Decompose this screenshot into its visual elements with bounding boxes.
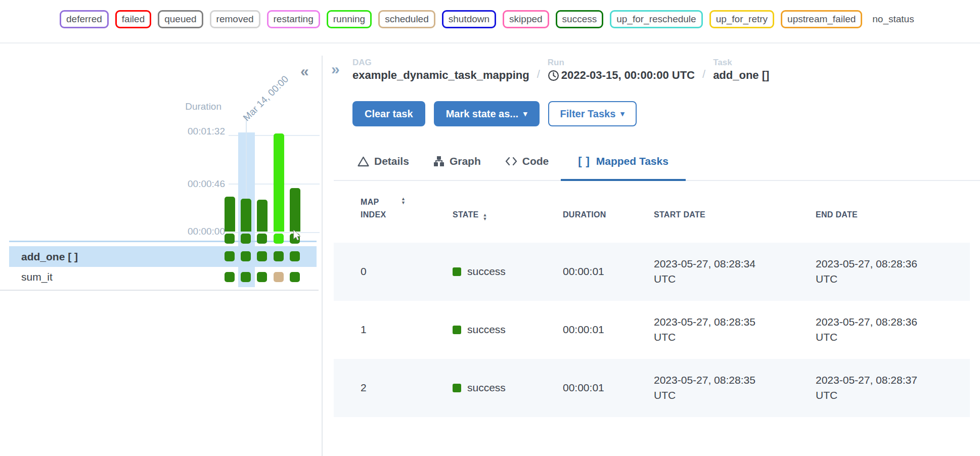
run-value: 2022-03-15, 00:00:00 UTC (561, 69, 695, 82)
state-square-success (453, 267, 461, 276)
task-name: sum_it (21, 267, 53, 287)
legend-badge-upstream_failed: upstream_failed (781, 10, 862, 28)
task-instance-square-0-0[interactable] (225, 251, 235, 261)
task-instance-square-0-1[interactable] (241, 251, 251, 261)
cell-end-date: 2023-05-27, 08:28:36 UTC (816, 256, 919, 287)
task-value: add_one [] (713, 69, 769, 82)
breadcrumb-task: Task add_one [] (713, 58, 769, 82)
caret-down-icon: ▾ (523, 109, 527, 119)
collapse-grid-icon[interactable]: « (300, 63, 309, 80)
tab-mapped-tasks[interactable]: [ ] Mapped Tasks (561, 151, 686, 180)
legend-badge-up_for_reschedule: up_for_reschedule (610, 10, 702, 28)
run-duration-bar-2[interactable] (257, 200, 268, 232)
ytick-1: 00:00:46 (174, 178, 225, 190)
state-text: success (467, 322, 506, 337)
tab-code[interactable]: Code (493, 151, 561, 180)
cell-map-index: 0 (361, 264, 453, 279)
legend-badge-no_status: no_status (869, 10, 920, 28)
state-text: success (467, 380, 506, 395)
airflow-grid-view: deferredfailedqueuedremovedrestartingrun… (0, 0, 980, 456)
task-instance-square-0-2[interactable] (257, 251, 267, 261)
column-header-end-date: END DATE (816, 209, 970, 221)
legend-divider (0, 42, 980, 43)
clear-task-label: Clear task (365, 107, 413, 120)
expand-grid-icon[interactable]: » (331, 61, 340, 78)
dag-name-link[interactable]: example_dynamic_task_mapping (352, 69, 529, 82)
breadcrumb-run: Run 2022-03-15, 00:00:00 UTC (548, 58, 695, 82)
ytick-2: 00:00:00 (174, 226, 225, 237)
selected-task-topline (9, 241, 317, 242)
column-header-state[interactable]: STATE ▲▼ (453, 209, 563, 221)
run-duration-bar-3[interactable] (274, 133, 284, 232)
run-duration-bar-1[interactable] (241, 199, 251, 232)
tab-graph[interactable]: Graph (421, 151, 493, 180)
task-row-sum-it[interactable]: sum_it (9, 267, 317, 287)
sort-icon[interactable]: ▲▼ (401, 196, 406, 205)
task-instance-square-1-4[interactable] (290, 272, 300, 282)
column-header-duration: DURATION (563, 209, 654, 221)
legend-badge-queued: queued (158, 10, 203, 28)
caret-down-icon: ▾ (620, 109, 625, 119)
panel-divider[interactable] (322, 56, 323, 456)
mapped-task-row-1[interactable]: 1success00:00:012023-05-27, 08:28:35 UTC… (334, 301, 970, 359)
legend-badge-up_for_retry: up_for_retry (709, 10, 774, 28)
state-square-success (453, 384, 461, 392)
run-state-square-0[interactable] (225, 234, 235, 244)
filter-tasks-label: Filter Tasks (560, 107, 616, 120)
task-instance-square-1-3[interactable] (274, 272, 284, 282)
cell-state: success (453, 264, 563, 279)
filter-tasks-button[interactable]: Filter Tasks ▾ (548, 101, 637, 126)
tab-details-label: Details (374, 155, 409, 167)
legend-badge-failed: failed (115, 10, 151, 28)
task-instance-square-1-2[interactable] (257, 272, 267, 282)
dag-label: DAG (352, 58, 529, 68)
legend-badge-deferred: deferred (60, 10, 109, 28)
mapped-task-row-0[interactable]: 0success00:00:012023-05-27, 08:28:34 UTC… (334, 243, 970, 301)
task-instance-square-0-4[interactable] (290, 251, 300, 261)
tab-graph-label: Graph (450, 155, 481, 167)
breadcrumb-separator: / (537, 68, 540, 82)
mapped-tasks-rows: 0success00:00:012023-05-27, 08:28:34 UTC… (334, 243, 970, 417)
legend-badge-success: success (556, 10, 604, 28)
legend-badge-shutdown: shutdown (442, 10, 496, 28)
run-state-square-3[interactable] (274, 234, 284, 244)
column-header-map-index[interactable]: MAP INDEX ▲▼ (361, 196, 453, 221)
task-instance-square-0-3[interactable] (274, 251, 284, 261)
cell-map-index: 1 (361, 322, 453, 337)
detail-tabs: Details Graph Code [ ] Mapped Tasks (334, 151, 980, 181)
cell-duration: 00:00:01 (563, 264, 654, 279)
run-duration-bar-0[interactable] (225, 197, 235, 232)
legend-badge-running: running (327, 10, 372, 28)
state-legend: deferredfailedqueuedremovedrestartingrun… (60, 10, 921, 28)
clear-task-button[interactable]: Clear task (352, 101, 425, 126)
cell-map-index: 2 (361, 380, 453, 395)
tasklist-bottom-line (0, 290, 319, 291)
cell-duration: 00:00:01 (563, 380, 654, 395)
ytick-0: 00:01:32 (174, 126, 225, 137)
run-state-square-1[interactable] (241, 234, 251, 244)
cell-end-date: 2023-05-27, 08:28:36 UTC (816, 314, 919, 345)
cell-state: success (453, 322, 563, 337)
run-duration-bar-4[interactable] (290, 188, 300, 232)
legend-badge-restarting: restarting (267, 10, 320, 28)
cell-start-date: 2023-05-27, 08:28:35 UTC (654, 314, 758, 345)
details-icon (358, 156, 369, 167)
clock-icon (548, 70, 559, 81)
task-instance-square-1-1[interactable] (241, 272, 251, 282)
mouse-cursor (292, 230, 302, 241)
run-state-square-2[interactable] (257, 234, 267, 244)
legend-badge-scheduled: scheduled (378, 10, 435, 28)
run-link[interactable]: 2022-03-15, 00:00:00 UTC (548, 69, 695, 82)
task-instance-square-1-0[interactable] (225, 272, 235, 282)
mark-state-as-button[interactable]: Mark state as... ▾ (434, 101, 540, 126)
sort-icon[interactable]: ▲▼ (483, 212, 487, 221)
breadcrumb-dag: DAG example_dynamic_task_mapping (352, 58, 529, 82)
task-actions: Clear task Mark state as... ▾ Filter Tas… (352, 101, 637, 126)
tab-mapped-tasks-label: Mapped Tasks (596, 155, 669, 167)
state-text: success (467, 264, 506, 279)
legend-badge-skipped: skipped (503, 10, 549, 28)
run-label: Run (548, 58, 695, 68)
mapped-task-row-2[interactable]: 2success00:00:012023-05-27, 08:28:35 UTC… (334, 359, 970, 417)
tab-details[interactable]: Details (345, 151, 421, 180)
task-row-add-one[interactable]: add_one [ ] (9, 246, 317, 267)
